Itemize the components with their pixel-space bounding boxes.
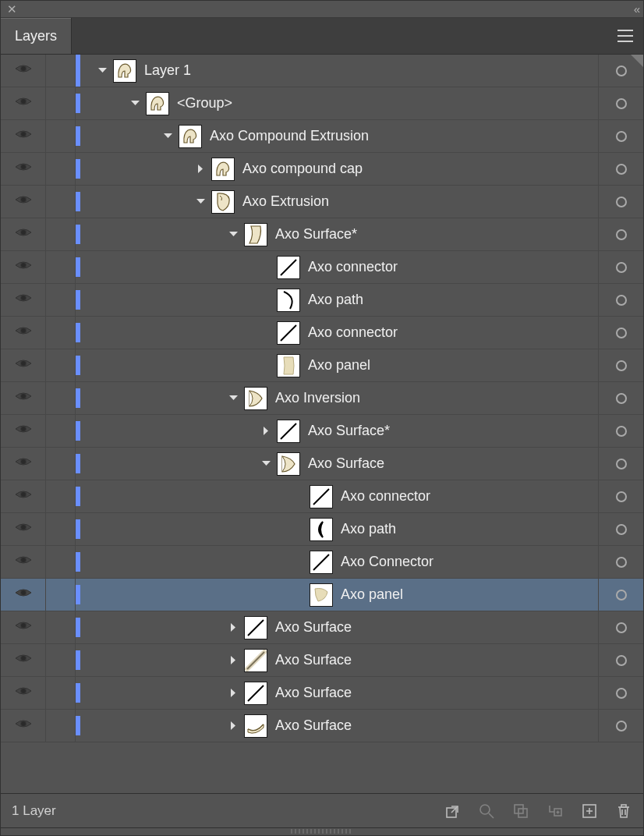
lock-toggle[interactable] — [46, 710, 76, 742]
row-content[interactable]: Axo connector — [76, 480, 598, 512]
visibility-toggle[interactable] — [1, 579, 46, 611]
selection-target[interactable] — [598, 284, 643, 316]
layer-thumbnail[interactable] — [244, 387, 267, 410]
row-content[interactable]: Axo Connector — [76, 546, 598, 578]
lock-toggle[interactable] — [46, 611, 76, 643]
disclosure-toggle[interactable] — [255, 448, 277, 480]
visibility-toggle[interactable] — [1, 448, 46, 480]
selection-target[interactable] — [598, 317, 643, 349]
collapse-icon[interactable]: « — [634, 2, 637, 16]
visibility-toggle[interactable] — [1, 480, 46, 512]
visibility-toggle[interactable] — [1, 251, 46, 283]
selection-target[interactable] — [598, 153, 643, 185]
layer-thumbnail[interactable] — [310, 485, 333, 508]
selection-target[interactable] — [598, 513, 643, 545]
selection-target[interactable] — [598, 251, 643, 283]
lock-toggle[interactable] — [46, 55, 76, 87]
visibility-toggle[interactable] — [1, 546, 46, 578]
lock-toggle[interactable] — [46, 87, 76, 119]
row-content[interactable]: Axo Surface — [76, 710, 598, 742]
layer-thumbnail[interactable] — [244, 714, 267, 738]
selection-target[interactable] — [598, 349, 643, 381]
row-content[interactable]: Axo Surface — [76, 448, 598, 480]
layer-row[interactable]: Axo panel — [1, 349, 643, 382]
visibility-toggle[interactable] — [1, 120, 46, 152]
disclosure-toggle[interactable] — [222, 218, 244, 250]
layer-tree[interactable]: Layer 1<Group>Axo Compound ExtrusionAxo … — [1, 54, 643, 793]
visibility-toggle[interactable] — [1, 55, 46, 87]
row-content[interactable]: Axo Surface* — [76, 415, 598, 447]
lock-toggle[interactable] — [46, 415, 76, 447]
layer-row[interactable]: Axo Inversion — [1, 382, 643, 415]
visibility-toggle[interactable] — [1, 153, 46, 185]
layer-row[interactable]: Axo Surface — [1, 448, 643, 480]
visibility-toggle[interactable] — [1, 644, 46, 676]
lock-toggle[interactable] — [46, 251, 76, 283]
layer-thumbnail[interactable] — [113, 59, 136, 83]
layer-row[interactable]: Axo Connector — [1, 546, 643, 579]
layer-row[interactable]: Axo Compound Extrusion — [1, 120, 643, 153]
visibility-toggle[interactable] — [1, 710, 46, 742]
lock-toggle[interactable] — [46, 677, 76, 709]
layer-row[interactable]: Axo path — [1, 284, 643, 317]
disclosure-toggle[interactable] — [189, 153, 211, 185]
row-content[interactable]: Axo Surface — [76, 611, 598, 643]
selection-target[interactable] — [598, 55, 643, 87]
layer-thumbnail[interactable] — [244, 649, 267, 672]
row-content[interactable]: Axo connector — [76, 317, 598, 349]
layer-thumbnail[interactable] — [277, 452, 300, 476]
disclosure-toggle[interactable] — [255, 415, 277, 447]
selection-target[interactable] — [598, 186, 643, 218]
disclosure-toggle[interactable] — [124, 87, 146, 119]
disclosure-toggle[interactable] — [222, 382, 244, 414]
disclosure-toggle[interactable] — [189, 186, 211, 218]
layer-row[interactable]: Axo Surface* — [1, 218, 643, 251]
panel-menu-button[interactable] — [607, 18, 643, 54]
row-content[interactable]: Axo Surface* — [76, 218, 598, 250]
visibility-toggle[interactable] — [1, 317, 46, 349]
selection-target[interactable] — [598, 644, 643, 676]
layer-row[interactable]: Axo connector — [1, 480, 643, 513]
layer-thumbnail[interactable] — [277, 321, 300, 345]
visibility-toggle[interactable] — [1, 349, 46, 381]
visibility-toggle[interactable] — [1, 415, 46, 447]
row-content[interactable]: Axo panel — [76, 349, 598, 381]
visibility-toggle[interactable] — [1, 513, 46, 545]
lock-toggle[interactable] — [46, 317, 76, 349]
selection-target[interactable] — [598, 710, 643, 742]
layer-thumbnail[interactable] — [179, 125, 202, 148]
selection-target[interactable] — [598, 579, 643, 611]
selection-target[interactable] — [598, 120, 643, 152]
selection-target[interactable] — [598, 382, 643, 414]
search-icon[interactable] — [478, 802, 495, 820]
clip-mask-icon[interactable] — [512, 802, 529, 820]
layer-thumbnail[interactable] — [244, 682, 267, 705]
new-sublayer-icon[interactable] — [547, 802, 564, 820]
visibility-toggle[interactable] — [1, 186, 46, 218]
lock-toggle[interactable] — [46, 382, 76, 414]
disclosure-toggle[interactable] — [222, 710, 244, 742]
layer-row[interactable]: Axo connector — [1, 251, 643, 284]
row-content[interactable]: Axo panel — [76, 579, 598, 611]
lock-toggle[interactable] — [46, 513, 76, 545]
layer-row[interactable]: Axo Surface* — [1, 415, 643, 448]
lock-toggle[interactable] — [46, 579, 76, 611]
resize-grip[interactable] — [1, 827, 643, 835]
lock-toggle[interactable] — [46, 546, 76, 578]
layer-row[interactable]: Axo Surface — [1, 611, 643, 644]
selection-target[interactable] — [598, 448, 643, 480]
layer-thumbnail[interactable] — [310, 518, 333, 541]
layer-thumbnail[interactable] — [277, 256, 300, 279]
layer-thumbnail[interactable] — [310, 551, 333, 574]
layer-row[interactable]: Axo Surface — [1, 644, 643, 677]
lock-toggle[interactable] — [46, 284, 76, 316]
disclosure-toggle[interactable] — [222, 611, 244, 643]
lock-toggle[interactable] — [46, 153, 76, 185]
row-content[interactable]: Axo path — [76, 513, 598, 545]
lock-toggle[interactable] — [46, 349, 76, 381]
row-content[interactable]: <Group> — [76, 87, 598, 119]
lock-toggle[interactable] — [46, 644, 76, 676]
lock-toggle[interactable] — [46, 218, 76, 250]
lock-toggle[interactable] — [46, 480, 76, 512]
disclosure-toggle[interactable] — [222, 677, 244, 709]
